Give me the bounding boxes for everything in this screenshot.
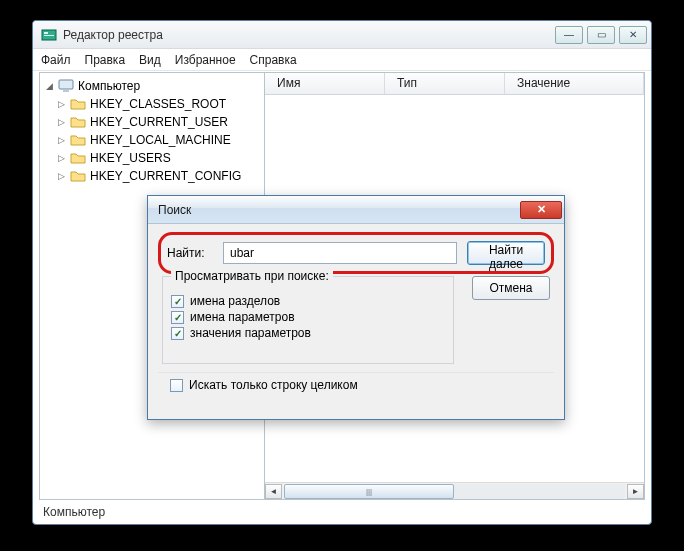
look-at-group: Просматривать при поиске: ✓ имена раздел… (162, 276, 454, 364)
svg-rect-1 (44, 32, 48, 34)
column-type[interactable]: Тип (385, 73, 505, 94)
computer-icon (58, 78, 74, 94)
scroll-track[interactable]: ||| (284, 484, 625, 499)
scroll-thumb[interactable]: ||| (284, 484, 454, 499)
separator (158, 372, 554, 373)
window-title: Редактор реестра (63, 28, 551, 42)
dialog-title: Поиск (158, 203, 191, 217)
group-legend: Просматривать при поиске: (171, 269, 333, 283)
tree-root[interactable]: ◢ Компьютер (40, 77, 264, 95)
expand-icon[interactable]: ▷ (58, 117, 68, 127)
checkbox-icon[interactable] (170, 379, 183, 392)
folder-icon (70, 114, 86, 130)
find-label: Найти: (167, 246, 213, 260)
statusbar-path: Компьютер (43, 505, 105, 519)
column-value[interactable]: Значение (505, 73, 644, 94)
svg-rect-3 (59, 80, 73, 89)
scroll-right-button[interactable]: ► (627, 484, 644, 499)
tree-item[interactable]: ▷ HKEY_CURRENT_CONFIG (40, 167, 264, 185)
checkbox-icon[interactable]: ✓ (171, 311, 184, 324)
collapse-icon[interactable]: ◢ (46, 81, 56, 91)
regedit-icon (41, 27, 57, 43)
tree-item[interactable]: ▷ HKEY_USERS (40, 149, 264, 167)
tree-item[interactable]: ▷ HKEY_CURRENT_USER (40, 113, 264, 131)
tree-item-label: HKEY_CURRENT_CONFIG (90, 169, 241, 183)
find-input[interactable] (223, 242, 457, 264)
menu-favorites[interactable]: Избранное (175, 53, 236, 67)
tree-item-label: HKEY_LOCAL_MACHINE (90, 133, 231, 147)
find-dialog: Поиск ✕ Найти: Найти далее Отмена Просма… (147, 195, 565, 420)
svg-rect-2 (44, 35, 54, 36)
expand-icon[interactable]: ▷ (58, 99, 68, 109)
tree-item[interactable]: ▷ HKEY_CLASSES_ROOT (40, 95, 264, 113)
expand-icon[interactable]: ▷ (58, 153, 68, 163)
checkbox-label: значения параметров (190, 326, 311, 340)
statusbar: Компьютер (37, 502, 647, 522)
tree-item-label: HKEY_USERS (90, 151, 171, 165)
checkbox-icon[interactable]: ✓ (171, 295, 184, 308)
checkbox-label: имена разделов (190, 294, 280, 308)
find-next-button[interactable]: Найти далее (467, 241, 545, 265)
close-button[interactable]: ✕ (619, 26, 647, 44)
minimize-button[interactable]: — (555, 26, 583, 44)
tree-item-label: HKEY_CURRENT_USER (90, 115, 228, 129)
menu-view[interactable]: Вид (139, 53, 161, 67)
tree-root-label: Компьютер (78, 79, 140, 93)
folder-icon (70, 150, 86, 166)
horizontal-scrollbar[interactable]: ◄ ||| ► (265, 482, 644, 499)
highlight-ring: Найти: Найти далее (158, 232, 554, 274)
tree-item[interactable]: ▷ HKEY_LOCAL_MACHINE (40, 131, 264, 149)
menubar: Файл Правка Вид Избранное Справка (33, 49, 651, 71)
menu-help[interactable]: Справка (250, 53, 297, 67)
titlebar[interactable]: Редактор реестра — ▭ ✕ (33, 21, 651, 49)
checkbox-label: имена параметров (190, 310, 295, 324)
folder-icon (70, 132, 86, 148)
svg-rect-4 (63, 90, 69, 92)
cancel-button[interactable]: Отмена (472, 276, 550, 300)
scroll-left-button[interactable]: ◄ (265, 484, 282, 499)
maximize-button[interactable]: ▭ (587, 26, 615, 44)
expand-icon[interactable]: ▷ (58, 135, 68, 145)
dialog-titlebar[interactable]: Поиск ✕ (148, 196, 564, 224)
checkbox-label: Искать только строку целиком (189, 378, 358, 392)
dialog-close-button[interactable]: ✕ (520, 201, 562, 219)
expand-icon[interactable]: ▷ (58, 171, 68, 181)
menu-file[interactable]: Файл (41, 53, 71, 67)
menu-edit[interactable]: Правка (85, 53, 126, 67)
checkbox-whole-string[interactable]: Искать только строку целиком (170, 378, 358, 392)
folder-icon (70, 168, 86, 184)
checkbox-data[interactable]: ✓ значения параметров (171, 323, 445, 343)
tree-item-label: HKEY_CLASSES_ROOT (90, 97, 226, 111)
column-name[interactable]: Имя (265, 73, 385, 94)
checkbox-icon[interactable]: ✓ (171, 327, 184, 340)
folder-icon (70, 96, 86, 112)
list-header[interactable]: Имя Тип Значение (265, 73, 644, 95)
